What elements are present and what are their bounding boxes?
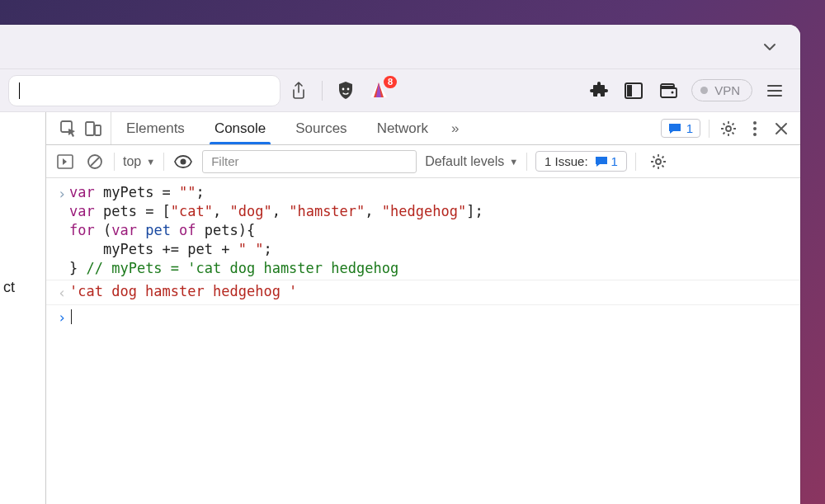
svg-point-15 [656,159,661,164]
devtools-tabbar: Elements Console Sources Network » 1 [46,112,800,145]
device-toggle-icon[interactable] [82,118,104,139]
tabs-dropdown-button[interactable] [757,35,782,59]
browser-window: 8 VPN ct [0,25,800,504]
svg-point-9 [753,121,757,125]
issues-count: 1 [611,154,618,168]
browser-toolbar: 8 VPN [0,69,800,112]
svg-point-0 [342,87,345,90]
svg-point-10 [753,127,757,130]
live-expression-icon[interactable] [172,151,194,172]
prompt-input[interactable] [69,307,72,326]
dropdown-caret-icon: ▼ [509,157,518,167]
svg-point-1 [347,87,350,90]
main-menu-button[interactable] [764,82,785,100]
svg-rect-6 [86,122,94,135]
tabs-overflow-button[interactable]: » [443,112,467,144]
address-actions: 8 [287,79,390,102]
console-toolbar: top ▼ Default levels ▼ 1 Issue: [46,145,800,178]
brave-rewards-icon[interactable]: 8 [367,79,390,102]
content-row: ct Elements Console Sources Network [0,112,800,504]
console-messages-badge[interactable]: 1 [661,119,700,138]
brave-badge: 8 [384,76,397,88]
console-prompt[interactable]: › [46,304,800,329]
console-output: › var myPets = ""; var pets = ["cat", "d… [46,178,800,504]
tab-console[interactable]: Console [200,112,280,144]
tab-elements[interactable]: Elements [111,112,200,144]
inspect-element-icon[interactable] [58,118,79,139]
tab-sources[interactable]: Sources [280,112,361,144]
devtools-panel: Elements Console Sources Network » 1 [46,112,800,504]
address-bar[interactable] [8,75,280,106]
svg-point-14 [181,158,186,164]
output-prompt-icon: ‹ [58,284,66,303]
context-label: top [123,154,141,169]
separator [709,120,710,138]
clear-console-icon[interactable] [84,151,106,172]
devtools-close-icon[interactable] [771,118,792,139]
devtools-settings-icon[interactable] [718,118,739,139]
page-text-fragment: ct [3,279,15,295]
issues-label: 1 Issue: [544,154,588,168]
messages-count: 1 [686,121,693,135]
separator [635,153,636,171]
vpn-label: VPN [714,83,740,97]
devtools-tabs: Elements Console Sources Network » [111,112,467,144]
svg-rect-3 [627,85,632,97]
toolbar-right: VPN [587,79,792,102]
devtools-kebab-icon[interactable] [744,118,766,139]
svg-point-4 [672,91,674,93]
console-settings-icon[interactable] [648,151,669,172]
levels-label: Default levels [425,154,504,169]
context-selector[interactable]: top ▼ [123,154,155,169]
log-levels-selector[interactable]: Default levels ▼ [425,154,518,169]
console-entry[interactable]: › var myPets = ""; var pets = ["cat", "d… [46,181,800,280]
vpn-button[interactable]: VPN [691,79,752,101]
dropdown-caret-icon: ▼ [146,157,155,167]
share-icon[interactable] [287,79,310,102]
separator [114,153,115,171]
separator [322,81,323,101]
console-sidebar-toggle-icon[interactable] [54,151,76,172]
address-cursor [19,82,20,99]
live-prompt-icon: › [58,309,66,327]
console-result[interactable]: ‹ 'cat dog hamster hedgehog ' [46,280,800,304]
svg-rect-7 [95,125,101,135]
svg-point-8 [726,126,731,131]
extensions-icon[interactable] [587,79,610,102]
input-prompt-icon: › [58,185,66,204]
brave-shield-icon[interactable] [334,79,357,102]
result-value: 'cat dog hamster hedgehog ' [69,282,297,301]
page-content-fragment: ct [0,112,46,504]
code-block: var myPets = ""; var pets = ["cat", "dog… [69,183,483,278]
separator [526,153,527,171]
tab-network[interactable]: Network [362,112,443,144]
separator [163,153,164,171]
svg-point-11 [753,133,757,136]
sidebar-toggle-icon[interactable] [622,79,645,102]
console-filter-input[interactable] [202,150,417,173]
wallet-icon[interactable] [657,79,680,102]
issues-badge[interactable]: 1 Issue: 1 [535,151,627,172]
vpn-status-dot [700,87,708,94]
tab-strip [0,25,800,69]
